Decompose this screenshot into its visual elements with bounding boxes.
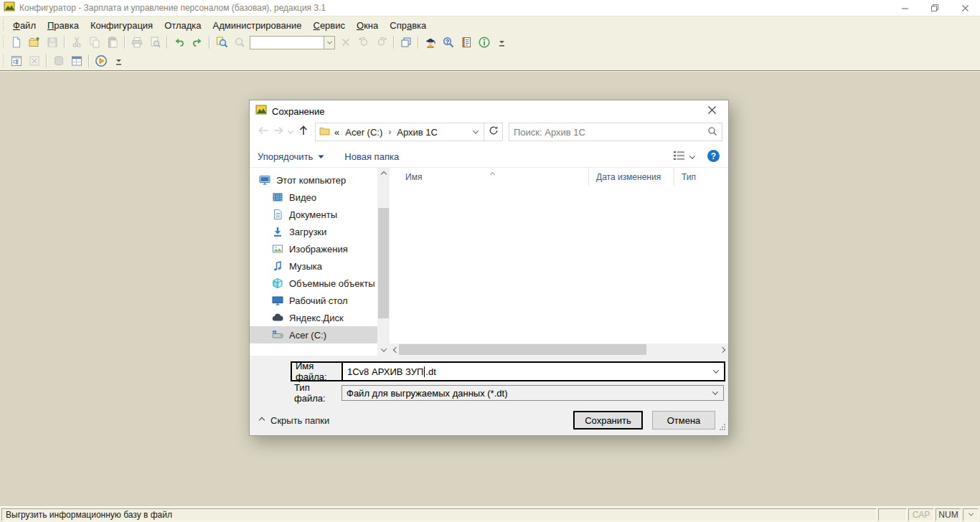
status-overflow-button[interactable]	[963, 508, 979, 521]
new-folder-label: Новая папка	[344, 151, 399, 162]
places-sidebar: Этот компьютерВидеоДокументыЗагрузкиИзоб…	[250, 168, 377, 356]
sidebar-item-label: Этот компьютер	[276, 175, 346, 186]
toolbar-grip[interactable]	[1, 54, 5, 67]
sidebar-item-label: Документы	[289, 209, 337, 220]
overflow-button[interactable]	[110, 53, 128, 69]
filename-input[interactable]: 1Cv8 АРХИВ ЗУП .dt	[341, 363, 724, 380]
menu-правка[interactable]: Правка	[42, 18, 85, 33]
quick-search-combobox[interactable]	[250, 36, 335, 49]
view-mode-dropdown[interactable]	[689, 153, 695, 158]
documents-icon	[272, 209, 283, 220]
debug-start-button[interactable]	[92, 53, 110, 69]
new-document-button[interactable]	[7, 34, 25, 50]
menu-справка[interactable]: Справка	[384, 18, 432, 33]
downloads-icon	[272, 226, 283, 237]
address-bar[interactable]: «Acer (C:)›Архив 1С	[316, 123, 468, 141]
desktop-icon	[272, 295, 283, 306]
view-mode-button[interactable]	[673, 151, 685, 163]
breadcrumb-segment[interactable]: Acer (C:)	[345, 127, 382, 138]
menu-конфигурация[interactable]: Конфигурация	[85, 18, 159, 33]
file-list-empty[interactable]	[390, 186, 728, 343]
column-header-date-modified[interactable]: Дата изменения	[589, 168, 674, 186]
menu-файл[interactable]: Файл	[7, 18, 42, 33]
sidebar-item-label: Изображения	[289, 244, 348, 255]
close-button[interactable]	[950, 0, 980, 16]
sidebar-item-computer[interactable]: Этот компьютер	[250, 171, 377, 189]
quick-search-input[interactable]	[250, 36, 324, 49]
breadcrumb-segment[interactable]: «	[334, 127, 339, 138]
column-header-type[interactable]: Тип	[674, 168, 728, 186]
sidebar-item-label: Музыка	[289, 261, 322, 272]
sidebar-item-yandex-disk[interactable]: Яндекс.Диск	[250, 309, 377, 326]
chevron-down-icon[interactable]	[713, 367, 719, 373]
scrollbar-thumb[interactable]	[399, 344, 646, 355]
refresh-button[interactable]	[484, 123, 502, 141]
breadcrumb-segment[interactable]: Архив 1С	[397, 127, 438, 138]
resize-grip[interactable]	[719, 420, 726, 433]
cancel-button[interactable]: Отмена	[652, 411, 715, 430]
sidebar-item-music[interactable]: Музыка	[250, 257, 377, 275]
menu-администрирование[interactable]: Администрирование	[207, 18, 308, 33]
search-input[interactable]: Поиск: Архив 1С	[509, 123, 722, 141]
sidebar-item-desktop[interactable]: Рабочий стол	[250, 292, 377, 309]
toolbar-separator	[46, 54, 47, 67]
sidebar-item-drive[interactable]: Acer (C:)	[250, 326, 377, 343]
toolbar-grip[interactable]	[1, 36, 5, 49]
undo-button[interactable]	[170, 34, 188, 50]
file-list-horizontal-scrollbar[interactable]	[390, 343, 728, 356]
new-folder-button[interactable]: Новая папка	[344, 151, 399, 162]
sidebar-item-video[interactable]: Видео	[250, 189, 377, 206]
sidebar-item-documents[interactable]: Документы	[250, 206, 377, 223]
dialog-close-button[interactable]	[696, 101, 728, 122]
address-dropdown-button[interactable]	[468, 123, 484, 141]
hide-folders-label: Скрыть папки	[270, 415, 329, 426]
minimize-button[interactable]	[890, 0, 920, 16]
up-button[interactable]	[296, 123, 311, 141]
forward-button[interactable]	[270, 123, 286, 141]
scrollbar-thumb[interactable]	[378, 208, 389, 318]
config-tree-button[interactable]	[7, 53, 25, 69]
open-file-button[interactable]	[25, 34, 43, 50]
scroll-down-arrow[interactable]	[377, 343, 390, 356]
sidebar-item-objects3d[interactable]: Объемные объекты	[250, 275, 377, 292]
sidebar-item-downloads[interactable]: Загрузки	[250, 223, 377, 240]
hide-folders-button[interactable]: Скрыть папки	[260, 415, 329, 426]
save-button[interactable]: Сохранить	[573, 411, 643, 430]
window-title: Конфигуратор - Зарплата и управление пер…	[19, 3, 326, 13]
save-button	[43, 34, 61, 50]
filename-row: Имя файла: 1Cv8 АРХИВ ЗУП .dt	[291, 361, 725, 381]
help-search-button[interactable]: ?	[439, 34, 457, 50]
column-headers: ИмяДата измененияТип	[390, 168, 728, 186]
overflow-icon	[498, 37, 506, 47]
combobox-dropdown-button[interactable]	[324, 36, 335, 49]
svg-text:?: ?	[711, 151, 716, 161]
organize-button[interactable]: Упорядочить	[258, 151, 324, 162]
toolbar-grip[interactable]	[1, 19, 5, 32]
scroll-right-arrow[interactable]	[716, 343, 728, 356]
syntax-check-button[interactable]	[421, 34, 439, 50]
menu-отладка[interactable]: Отладка	[159, 18, 207, 33]
back-button[interactable]	[255, 123, 270, 141]
cut-icon	[70, 36, 83, 49]
help-button[interactable]: ?	[707, 149, 720, 165]
sidebar-scrollbar[interactable]	[377, 168, 390, 356]
form-editor-button[interactable]	[67, 53, 85, 69]
restore-button[interactable]	[920, 0, 950, 16]
find-button[interactable]	[212, 34, 230, 50]
scroll-up-arrow[interactable]	[377, 168, 390, 180]
toolbar-separator	[418, 36, 418, 49]
redo-button[interactable]	[188, 34, 206, 50]
templates-button[interactable]	[457, 34, 475, 50]
toolbar-standard: ?	[0, 33, 980, 52]
recent-locations-button[interactable]	[286, 123, 296, 141]
info-button[interactable]	[475, 34, 493, 50]
filetype-select[interactable]: Файл для выгружаемых данных (*.dt)	[341, 385, 724, 401]
up-arrow-icon	[297, 124, 310, 140]
overflow-button[interactable]	[493, 34, 511, 50]
menu-окна[interactable]: Окна	[351, 18, 384, 33]
copy-window-button[interactable]	[397, 34, 415, 50]
column-header-name[interactable]: Имя	[390, 168, 589, 186]
menu-сервис[interactable]: Сервис	[308, 18, 352, 33]
save-dialog-title-bar[interactable]: Сохранение	[250, 100, 728, 122]
sidebar-item-pictures[interactable]: Изображения	[250, 240, 377, 257]
